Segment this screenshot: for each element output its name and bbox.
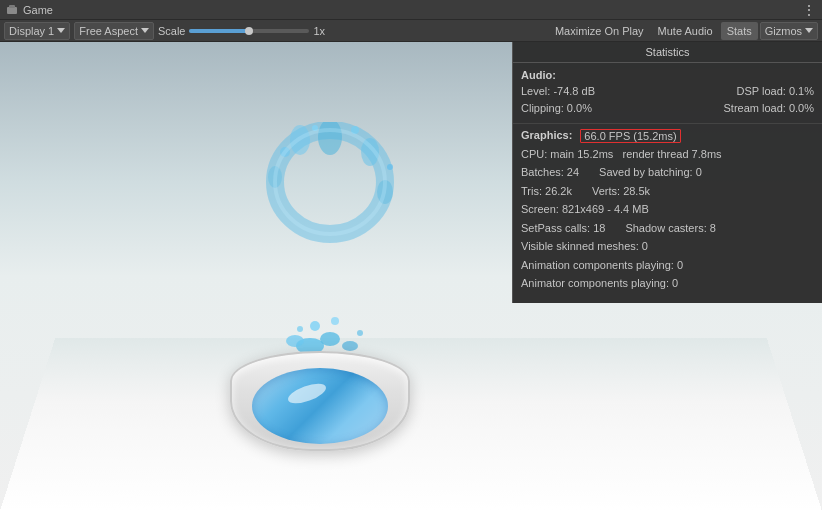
batches-row: Batches: 24 Saved by batching: 0 bbox=[521, 163, 814, 182]
svg-point-3 bbox=[318, 122, 342, 155]
bowl-liquid-highlight bbox=[286, 380, 329, 408]
setpass-shadow-row: SetPass calls: 18 Shadow casters: 8 bbox=[521, 219, 814, 238]
animation-components-row: Animation components playing: 0 bbox=[521, 256, 814, 275]
batches: Batches: 24 bbox=[521, 164, 579, 181]
game-icon bbox=[6, 4, 18, 16]
svg-point-15 bbox=[286, 335, 304, 347]
audio-level: Level: -74.8 dB bbox=[521, 84, 595, 99]
scale-value: 1x bbox=[313, 25, 325, 37]
stats-button[interactable]: Stats bbox=[721, 22, 758, 40]
svg-point-19 bbox=[297, 326, 303, 332]
svg-point-16 bbox=[342, 341, 358, 351]
stats-title: Statistics bbox=[513, 42, 822, 63]
svg-point-14 bbox=[320, 332, 340, 346]
maximize-on-play-button[interactable]: Maximize On Play bbox=[549, 22, 650, 40]
display-chevron-icon bbox=[57, 28, 65, 33]
animator-components-row: Animator components playing: 0 bbox=[521, 274, 814, 293]
screen-row: Screen: 821x469 - 4.4 MB bbox=[521, 200, 814, 219]
svg-point-20 bbox=[357, 330, 363, 336]
audio-section: Audio: Level: -74.8 dB DSP load: 0.1% Cl… bbox=[513, 67, 822, 120]
toolbar: Display 1 Free Aspect Scale 1x Maximize … bbox=[0, 20, 822, 42]
toolbar-right: Maximize On Play Mute Audio Stats Gizmos bbox=[549, 22, 818, 40]
aspect-label: Free Aspect bbox=[79, 25, 138, 37]
gizmos-label: Gizmos bbox=[765, 25, 802, 37]
game-view: Statistics Audio: Level: -74.8 dB DSP lo… bbox=[0, 42, 822, 511]
svg-point-9 bbox=[387, 164, 393, 170]
audio-section-title: Audio: bbox=[521, 69, 814, 81]
audio-level-row: Level: -74.8 dB DSP load: 0.1% bbox=[521, 83, 814, 100]
render-thread: render thread 7.8ms bbox=[622, 148, 721, 160]
visible-skinned-row: Visible skinned meshes: 0 bbox=[521, 237, 814, 256]
cpu-main: CPU: main 15.2ms bbox=[521, 148, 613, 160]
title-bar-menu-icon[interactable]: ⋮ bbox=[802, 2, 816, 18]
bowl bbox=[230, 351, 410, 451]
water-splash-top bbox=[260, 122, 400, 252]
tris: Tris: 26.2k bbox=[521, 183, 572, 200]
animator-components: Animator components playing: 0 bbox=[521, 277, 678, 289]
scale-slider-thumb bbox=[245, 27, 253, 35]
display-dropdown[interactable]: Display 1 bbox=[4, 22, 70, 40]
svg-point-17 bbox=[310, 321, 320, 331]
bowl-water bbox=[252, 368, 388, 444]
svg-rect-0 bbox=[7, 7, 17, 14]
scale-label: Scale bbox=[158, 25, 186, 37]
gizmos-chevron-icon bbox=[805, 28, 813, 33]
cpu-row: CPU: main 15.2ms render thread 7.8ms bbox=[521, 145, 814, 164]
svg-rect-1 bbox=[9, 5, 15, 8]
title-bar-label: Game bbox=[23, 4, 53, 16]
fps-display: 66.0 FPS (15.2ms) bbox=[580, 129, 680, 143]
setpass-calls: SetPass calls: 18 bbox=[521, 220, 605, 237]
bowl-container bbox=[220, 291, 420, 451]
audio-dsp-load: DSP load: 0.1% bbox=[737, 84, 814, 99]
title-bar: Game ⋮ bbox=[0, 0, 822, 20]
visible-skinned: Visible skinned meshes: 0 bbox=[521, 240, 648, 252]
display-label: Display 1 bbox=[9, 25, 54, 37]
verts: Verts: 28.5k bbox=[592, 183, 650, 200]
stats-panel: Statistics Audio: Level: -74.8 dB DSP lo… bbox=[512, 42, 822, 303]
aspect-dropdown[interactable]: Free Aspect bbox=[74, 22, 154, 40]
animation-components: Animation components playing: 0 bbox=[521, 259, 683, 271]
screen: Screen: 821x469 - 4.4 MB bbox=[521, 203, 649, 215]
audio-clipping-row: Clipping: 0.0% Stream load: 0.0% bbox=[521, 100, 814, 117]
audio-clipping: Clipping: 0.0% bbox=[521, 101, 592, 116]
graphics-section-title: Graphics: bbox=[521, 129, 572, 141]
mute-audio-button[interactable]: Mute Audio bbox=[652, 22, 719, 40]
shadow-casters: Shadow casters: 8 bbox=[625, 220, 716, 237]
svg-point-18 bbox=[331, 317, 339, 325]
stats-divider bbox=[513, 123, 822, 124]
gizmos-dropdown[interactable]: Gizmos bbox=[760, 22, 818, 40]
aspect-chevron-icon bbox=[141, 28, 149, 33]
scale-slider-fill bbox=[189, 29, 249, 33]
graphics-section: Graphics: 66.0 FPS (15.2ms) CPU: main 15… bbox=[513, 127, 822, 295]
tris-verts-row: Tris: 26.2k Verts: 28.5k bbox=[521, 182, 814, 201]
saved-by-batching: Saved by batching: 0 bbox=[599, 164, 702, 181]
scale-slider[interactable] bbox=[189, 29, 309, 33]
audio-stream-load: Stream load: 0.0% bbox=[724, 101, 815, 116]
